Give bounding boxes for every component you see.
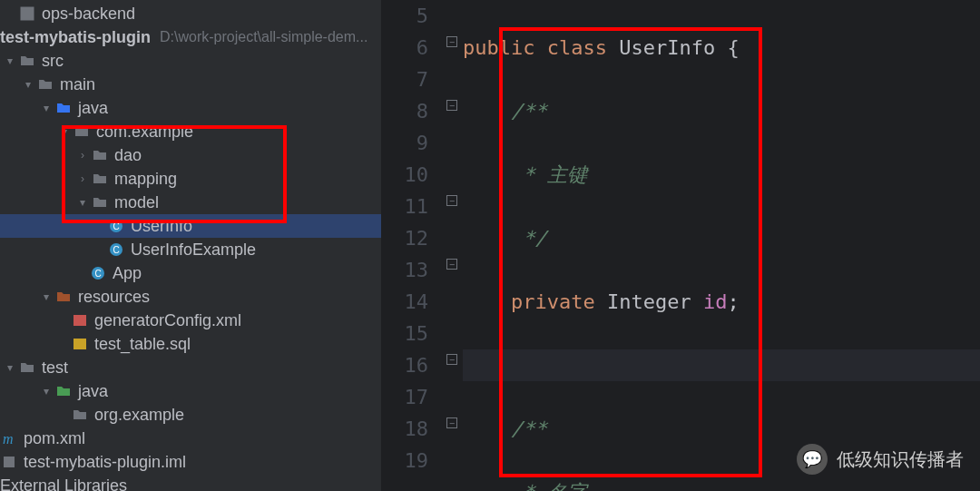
source-folder-icon [54,100,73,116]
tree-label: test-mybatis-plugin.iml [24,450,186,474]
tree-item-xml[interactable]: generatorConfig.xml [0,309,381,332]
comment: /** [511,417,547,440]
brace: { [727,36,739,59]
semicolon: ; [727,290,739,313]
tree-item-mapping[interactable]: › mapping [0,167,381,191]
folder-icon [18,359,36,376]
tree-item-src[interactable]: ▾ src [0,49,381,73]
class-name: UserInfo [619,36,715,59]
tree-item-userinfo[interactable]: C UserInfo [0,214,381,238]
line-number: 11 [381,191,428,222]
code-content[interactable]: public class UserInfo { /** * 主键 */ priv… [463,0,980,491]
tree-label: java [78,96,108,120]
chevron-down-icon: ▾ [58,120,71,143]
line-number: 16 [381,349,428,381]
keyword: class [547,36,607,59]
tree-label: dao [114,143,142,167]
tree-label: test_table.sql [94,332,191,356]
svg-rect-7 [74,315,86,326]
fold-icon[interactable]: − [446,195,457,206]
tree-label: App [113,261,142,285]
tree-item-test-java[interactable]: ▾ java [0,379,381,403]
tree-label: UserInfoExample [131,238,256,261]
code-editor[interactable]: 5 6 7 8 9 10 11 12 13 14 15 16 17 18 19 … [381,0,980,491]
svg-text:m: m [3,431,14,446]
iml-icon [18,5,36,22]
test-folder-icon [54,383,73,399]
project-name: test-mybatis-plugin [0,25,151,49]
comment: */ [511,227,547,250]
fold-column: − − − − − − [445,0,463,491]
field: id [703,290,728,313]
line-number: 6 [381,32,428,64]
fold-icon[interactable]: − [446,354,457,365]
package-icon [71,407,89,423]
sql-icon [71,336,89,352]
package-icon [91,194,109,211]
type: Integer [607,290,691,313]
tree-item-dao[interactable]: › dao [0,143,381,167]
tree-item-model[interactable]: ▾ model [0,191,381,214]
svg-rect-8 [74,339,86,349]
tree-item-resources[interactable]: ▾ resources [0,285,381,309]
folder-icon [18,53,36,69]
keyword: public [463,36,534,59]
tree-label: External Libraries [0,474,127,491]
chevron-down-icon: ▾ [22,73,34,96]
line-number: 12 [381,222,428,254]
tree-label: generatorConfig.xml [94,309,241,332]
tree-item-main[interactable]: ▾ main [0,73,381,96]
watermark-text: 低级知识传播者 [837,447,964,472]
fold-icon[interactable]: − [446,259,457,270]
project-tree[interactable]: ops-backend test-mybatis-plugin D:\work-… [0,0,381,491]
chevron-down-icon: ▾ [4,49,16,73]
line-number-gutter: 5 6 7 8 9 10 11 12 13 14 15 16 17 18 19 [381,0,445,491]
line-number: 13 [381,254,428,286]
speech-icon: 💬 [797,444,828,475]
tree-item-package[interactable]: ▾ com.example [0,120,381,143]
tree-label: UserInfo [131,214,192,238]
line-number: 5 [381,0,428,32]
svg-rect-10 [4,457,15,467]
line-number: 9 [381,127,428,159]
chevron-right-icon: › [76,143,89,167]
xml-icon [71,312,89,329]
tree-item-java[interactable]: ▾ java [0,96,381,120]
tree-item-iml[interactable]: test-mybatis-plugin.iml [0,450,381,474]
chevron-down-icon: ▾ [40,285,53,309]
resources-folder-icon [54,289,73,305]
package-icon [73,123,91,140]
keyword: private [511,290,595,313]
tree-item-orgexample[interactable]: org.example [0,403,381,427]
tree-label: model [114,191,159,214]
chevron-right-icon: › [76,167,89,191]
class-icon: C [89,265,107,281]
line-number: 17 [381,381,428,413]
tree-label: mapping [114,167,177,191]
folder-icon [36,76,54,93]
chevron-down-icon: ▾ [40,379,53,403]
tree-item-userinfoexample[interactable]: C UserInfoExample [0,238,381,261]
fold-icon[interactable]: − [446,100,457,111]
fold-icon[interactable]: − [446,417,457,428]
tree-item-project[interactable]: test-mybatis-plugin D:\work-project\all-… [0,25,381,49]
chevron-down-icon: ▾ [40,96,53,120]
tree-item-sql[interactable]: test_table.sql [0,332,381,356]
tree-label: src [42,49,64,73]
tree-item-app[interactable]: C App [0,261,381,285]
comment: * 主键 [511,163,587,186]
tree-label: org.example [94,403,184,427]
tree-item-pom[interactable]: m pom.xml [0,427,381,450]
class-icon: C [107,241,125,258]
tree-item-top[interactable]: ops-backend [0,2,381,25]
package-icon [91,147,109,163]
package-icon [91,171,109,187]
line-number: 7 [381,64,428,95]
line-number: 19 [381,445,428,476]
comment: * 名字 [511,481,587,491]
line-number: 14 [381,286,428,318]
tree-item-extlibs[interactable]: External Libraries [0,474,381,491]
fold-icon[interactable]: − [446,36,457,47]
tree-item-test[interactable]: ▾ test [0,356,381,379]
tree-label: ops-backend [42,2,135,25]
